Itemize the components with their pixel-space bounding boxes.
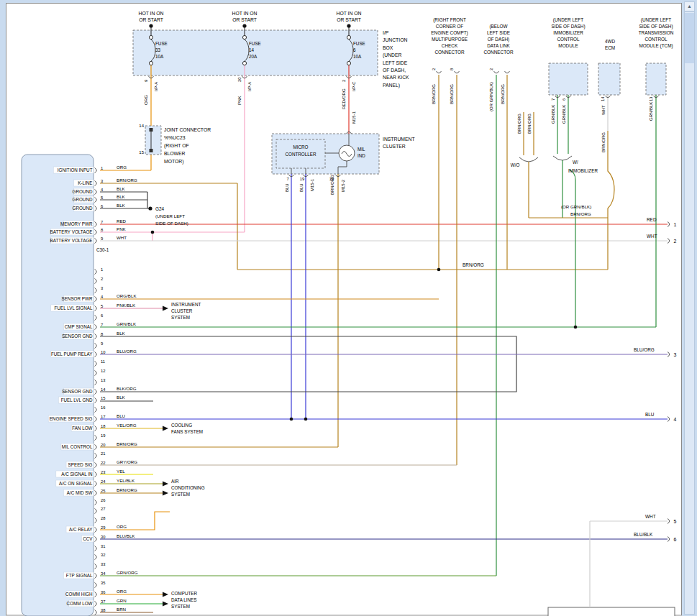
pin-label: BATTERY VOLTAGE [50, 238, 93, 243]
wire-color-label: BLK [117, 194, 126, 199]
wire-color-label: BRN/ORG [501, 84, 505, 104]
wire-color-label: BLU [285, 183, 289, 192]
pin-arc [95, 316, 97, 321]
module-header: SIDE OF DASH) [639, 24, 673, 29]
offpage-arrow [163, 306, 168, 311]
wire-color-label: GRN/BLK [551, 105, 555, 124]
pin-arc [95, 288, 97, 293]
pin-number: 8 [450, 68, 454, 70]
pin-number: 6 [101, 204, 103, 208]
wire-color-label: YEL [117, 469, 125, 474]
junction-dot [304, 418, 308, 421]
fuse-label: 14 [249, 47, 255, 52]
wire-color-label: BRN/ORG [117, 441, 137, 446]
pin-number: 26 [101, 498, 105, 502]
pin-number: 29 [101, 525, 105, 530]
wire-ac-relay [100, 512, 170, 530]
pin-label: FTP SIGNAL [66, 573, 93, 578]
pin-number: 8 [101, 332, 103, 336]
pin-number: 36 [101, 590, 105, 594]
diagram-canvas: 1IGNITION INPUTORG3K-LINEBRN/ORG4GROUNDB… [6, 3, 682, 616]
pin-arc [95, 454, 97, 459]
ip-junction-box-label: NEAR KICK [383, 75, 409, 80]
joint-connector-label: %%UC23 [164, 135, 186, 140]
partial-component-box [548, 607, 675, 616]
wire-color-label: BRN/ORG [330, 175, 334, 195]
pin-label: SENSOR GND [62, 334, 93, 339]
wire-color-label: BLK [117, 331, 126, 336]
junction-dot [148, 206, 152, 210]
pin-arc [95, 482, 97, 487]
pin-arc [95, 426, 97, 431]
fuse-label: FUSE [249, 41, 261, 46]
pin-label: SENSOR PWR [61, 296, 92, 301]
pin-label: BATTERY VOLTAGE [50, 229, 93, 234]
wire-color-label: BRN/ORG [601, 132, 606, 152]
hot-feed-label: OR START [337, 17, 361, 22]
wire-sensor-gnd-loop [100, 336, 516, 392]
wire-color-label: GRN/BLK [117, 321, 137, 326]
pin-arc [95, 574, 97, 579]
mil-label: IND [357, 153, 365, 158]
pin-arc [668, 239, 670, 244]
wire-color-label: RED/ORG [341, 88, 346, 109]
pin-number: 7 [551, 98, 555, 101]
pin-number: 25 [101, 489, 105, 493]
option-brace [553, 156, 572, 160]
pin-number: 6 [562, 98, 566, 101]
wire-color-label: GRN/ORG [117, 570, 138, 575]
pin-arc [668, 417, 670, 422]
wire-color-label: BRN [117, 607, 126, 612]
wire-4wd-kline [608, 131, 614, 270]
pin-number: 34 [101, 571, 106, 576]
pin-arc [95, 537, 97, 542]
micro-controller-label: MICRO [293, 144, 309, 150]
junction-dot [574, 326, 578, 329]
fuse-label: 33 [155, 47, 161, 52]
fuse-label: 6 [353, 47, 356, 52]
scrollbar-thumb[interactable] [685, 13, 694, 63]
wire-color-label: BLU [117, 413, 125, 418]
pin-arc [95, 168, 97, 173]
wire-color-label: YEL/ORG [117, 423, 137, 428]
joint-connector-label: JOINT CONNECTOR [164, 127, 211, 132]
pin-arc [95, 491, 97, 496]
module-header: 4WD [605, 39, 616, 44]
pin-arc [95, 239, 97, 244]
pin-label: K-LINE [78, 180, 92, 185]
pin-number: 37 [101, 599, 105, 604]
wire-color-label: GRY/ORG [117, 459, 137, 464]
pin-number: 28 [101, 516, 105, 520]
wire-color-label: RED [117, 219, 127, 224]
module-header: ECM [605, 45, 615, 50]
wire-color-label: BRN/ORG [432, 84, 436, 104]
pin-number: 24 [101, 479, 106, 484]
module-header: DATA LINK [487, 43, 510, 48]
pin-label: GROUND [73, 197, 93, 202]
vertical-scrollbar[interactable] [684, 1, 695, 615]
pin-arc [95, 325, 97, 330]
pin-number: 27 [101, 507, 105, 511]
pin-arc [494, 71, 499, 73]
edge-circuit-number: 2 [674, 239, 677, 244]
pin-arc [95, 610, 97, 615]
pin-label: CMP SIGNAL [65, 324, 93, 329]
pin-label: A/C SIGNAL IN [61, 472, 93, 477]
wire-color-label: YEL/BLK [117, 478, 135, 483]
ip-junction-box-label: OF DASH, [383, 68, 406, 73]
pin-number: 9 [144, 79, 148, 82]
wire-color-label: WHT [601, 105, 606, 115]
pin-number: 16 [101, 405, 105, 410]
wire-color-label: WHT [117, 235, 127, 240]
connector-name: M15-1 [352, 111, 356, 124]
pin-number: 14 [139, 124, 144, 128]
pin-label: IGNITION INPUT [58, 167, 93, 173]
fuse-label: 10A [353, 54, 362, 59]
scroll-up-icon[interactable] [685, 2, 694, 12]
pin-number: 1 [101, 166, 103, 170]
module-header: ENGINE COMPT) [431, 30, 468, 36]
wire-color-label: BLK/ORG [117, 386, 137, 391]
edge-circuit-number: 6 [674, 537, 677, 542]
module-header: (UNDER LEFT [641, 17, 671, 23]
option-label: W/ [573, 160, 578, 165]
